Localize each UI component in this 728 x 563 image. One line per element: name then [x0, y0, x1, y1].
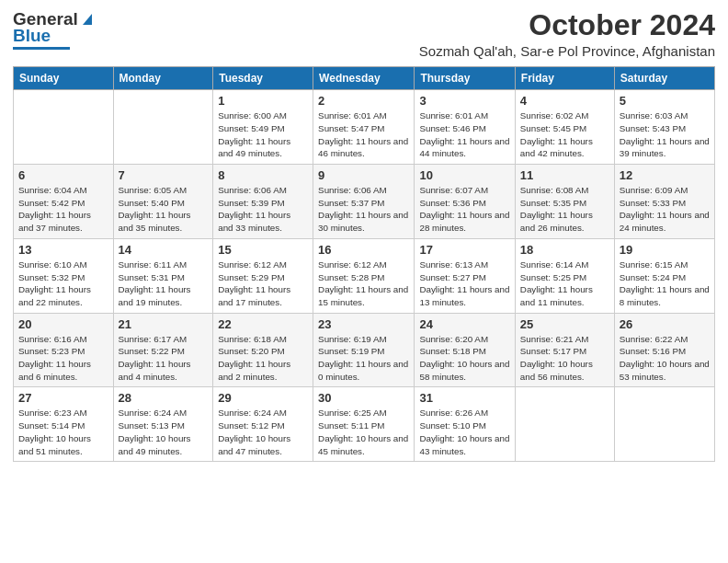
subtitle: Sozmah Qal'ah, Sar-e Pol Province, Afgha… — [419, 43, 715, 59]
calendar-cell: 4Sunrise: 6:02 AMSunset: 5:45 PMDaylight… — [515, 90, 614, 165]
day-info: Sunrise: 6:24 AMSunset: 5:12 PMDaylight:… — [218, 407, 308, 457]
day-info: Sunrise: 6:17 AMSunset: 5:22 PMDaylight:… — [119, 333, 209, 384]
day-number: 9 — [318, 168, 409, 182]
day-info: Sunrise: 6:20 AMSunset: 5:18 PMDaylight:… — [419, 333, 509, 384]
day-number: 24 — [419, 317, 509, 331]
calendar-cell: 17Sunrise: 6:13 AMSunset: 5:27 PMDayligh… — [415, 238, 515, 313]
week-row-5: 27Sunrise: 6:23 AMSunset: 5:14 PMDayligh… — [14, 387, 715, 462]
calendar-cell — [113, 90, 213, 165]
header-tuesday: Tuesday — [213, 67, 313, 90]
day-number: 14 — [119, 243, 209, 257]
day-info: Sunrise: 6:23 AMSunset: 5:14 PMDaylight:… — [18, 407, 108, 457]
day-number: 29 — [218, 391, 308, 405]
day-info: Sunrise: 6:06 AMSunset: 5:39 PMDaylight:… — [218, 184, 308, 235]
calendar-cell: 5Sunrise: 6:03 AMSunset: 5:43 PMDaylight… — [614, 90, 714, 165]
day-info: Sunrise: 6:19 AMSunset: 5:19 PMDaylight:… — [318, 333, 409, 384]
calendar-cell: 29Sunrise: 6:24 AMSunset: 5:12 PMDayligh… — [213, 387, 313, 462]
title-block: October 2024 Sozmah Qal'ah, Sar-e Pol Pr… — [419, 9, 715, 59]
day-number: 16 — [318, 243, 409, 257]
day-number: 8 — [218, 168, 308, 182]
day-info: Sunrise: 6:12 AMSunset: 5:29 PMDaylight:… — [218, 259, 308, 309]
calendar-cell: 13Sunrise: 6:10 AMSunset: 5:32 PMDayligh… — [14, 238, 114, 313]
logo-triangle-icon — [79, 10, 96, 27]
day-info: Sunrise: 6:10 AMSunset: 5:32 PMDaylight:… — [18, 259, 108, 309]
day-number: 5 — [620, 94, 710, 108]
header: General Blue October 2024 Sozmah Qal'ah,… — [13, 9, 715, 59]
day-info: Sunrise: 6:03 AMSunset: 5:43 PMDaylight:… — [620, 109, 710, 160]
week-row-2: 6Sunrise: 6:04 AMSunset: 5:42 PMDaylight… — [14, 165, 715, 239]
day-info: Sunrise: 6:22 AMSunset: 5:16 PMDaylight:… — [620, 333, 710, 384]
calendar-cell: 11Sunrise: 6:08 AMSunset: 5:35 PMDayligh… — [515, 165, 614, 239]
day-number: 31 — [419, 391, 509, 405]
calendar-cell: 2Sunrise: 6:01 AMSunset: 5:47 PMDaylight… — [313, 90, 415, 165]
calendar-cell — [14, 90, 114, 165]
day-info: Sunrise: 6:21 AMSunset: 5:17 PMDaylight:… — [520, 333, 609, 384]
calendar-cell: 15Sunrise: 6:12 AMSunset: 5:29 PMDayligh… — [213, 238, 313, 313]
day-number: 20 — [18, 317, 108, 331]
day-number: 15 — [218, 243, 308, 257]
day-number: 10 — [419, 168, 509, 182]
calendar-cell: 8Sunrise: 6:06 AMSunset: 5:39 PMDaylight… — [213, 165, 313, 239]
calendar-cell: 26Sunrise: 6:22 AMSunset: 5:16 PMDayligh… — [614, 313, 714, 387]
page: General Blue October 2024 Sozmah Qal'ah,… — [0, 0, 728, 563]
day-number: 12 — [620, 168, 710, 182]
calendar-cell: 21Sunrise: 6:17 AMSunset: 5:22 PMDayligh… — [113, 313, 213, 387]
day-number: 6 — [18, 168, 108, 182]
day-number: 1 — [218, 94, 308, 108]
calendar-cell — [515, 387, 614, 462]
day-info: Sunrise: 6:24 AMSunset: 5:13 PMDaylight:… — [119, 407, 209, 457]
calendar-cell: 28Sunrise: 6:24 AMSunset: 5:13 PMDayligh… — [113, 387, 213, 462]
calendar-cell: 24Sunrise: 6:20 AMSunset: 5:18 PMDayligh… — [415, 313, 515, 387]
day-number: 19 — [620, 243, 710, 257]
day-info: Sunrise: 6:25 AMSunset: 5:11 PMDaylight:… — [318, 407, 409, 457]
logo-underline — [13, 47, 70, 50]
day-info: Sunrise: 6:26 AMSunset: 5:10 PMDaylight:… — [419, 407, 509, 457]
calendar-cell: 12Sunrise: 6:09 AMSunset: 5:33 PMDayligh… — [614, 165, 714, 239]
week-row-4: 20Sunrise: 6:16 AMSunset: 5:23 PMDayligh… — [14, 313, 715, 387]
calendar-cell: 31Sunrise: 6:26 AMSunset: 5:10 PMDayligh… — [415, 387, 515, 462]
day-number: 26 — [620, 317, 710, 331]
calendar-cell: 10Sunrise: 6:07 AMSunset: 5:36 PMDayligh… — [415, 165, 515, 239]
day-info: Sunrise: 6:16 AMSunset: 5:23 PMDaylight:… — [18, 333, 108, 384]
calendar-cell: 3Sunrise: 6:01 AMSunset: 5:46 PMDaylight… — [415, 90, 515, 165]
day-info: Sunrise: 6:09 AMSunset: 5:33 PMDaylight:… — [620, 184, 710, 235]
day-number: 2 — [318, 94, 409, 108]
day-number: 18 — [520, 243, 609, 257]
day-info: Sunrise: 6:01 AMSunset: 5:47 PMDaylight:… — [318, 109, 409, 160]
header-sunday: Sunday — [14, 67, 114, 90]
calendar-cell: 9Sunrise: 6:06 AMSunset: 5:37 PMDaylight… — [313, 165, 415, 239]
calendar-cell: 18Sunrise: 6:14 AMSunset: 5:25 PMDayligh… — [515, 238, 614, 313]
day-info: Sunrise: 6:11 AMSunset: 5:31 PMDaylight:… — [119, 259, 209, 309]
day-number: 11 — [520, 168, 609, 182]
calendar-cell: 19Sunrise: 6:15 AMSunset: 5:24 PMDayligh… — [614, 238, 714, 313]
week-row-1: 1Sunrise: 6:00 AMSunset: 5:49 PMDaylight… — [14, 90, 715, 165]
day-number: 23 — [318, 317, 409, 331]
day-number: 4 — [520, 94, 609, 108]
header-wednesday: Wednesday — [313, 67, 415, 90]
day-number: 28 — [119, 391, 209, 405]
day-info: Sunrise: 6:04 AMSunset: 5:42 PMDaylight:… — [18, 184, 108, 235]
calendar-cell: 16Sunrise: 6:12 AMSunset: 5:28 PMDayligh… — [313, 238, 415, 313]
day-info: Sunrise: 6:12 AMSunset: 5:28 PMDaylight:… — [318, 259, 409, 309]
day-info: Sunrise: 6:08 AMSunset: 5:35 PMDaylight:… — [520, 184, 609, 235]
day-number: 3 — [419, 94, 509, 108]
logo: General Blue — [13, 9, 96, 50]
main-title: October 2024 — [419, 9, 715, 41]
calendar-cell: 7Sunrise: 6:05 AMSunset: 5:40 PMDaylight… — [113, 165, 213, 239]
day-number: 30 — [318, 391, 409, 405]
day-info: Sunrise: 6:07 AMSunset: 5:36 PMDaylight:… — [419, 184, 509, 235]
day-number: 27 — [18, 391, 108, 405]
day-info: Sunrise: 6:06 AMSunset: 5:37 PMDaylight:… — [318, 184, 409, 235]
svg-marker-0 — [83, 14, 92, 25]
day-info: Sunrise: 6:14 AMSunset: 5:25 PMDaylight:… — [520, 259, 609, 309]
calendar-cell: 25Sunrise: 6:21 AMSunset: 5:17 PMDayligh… — [515, 313, 614, 387]
header-thursday: Thursday — [415, 67, 515, 90]
day-info: Sunrise: 6:18 AMSunset: 5:20 PMDaylight:… — [218, 333, 308, 384]
weekday-header-row: Sunday Monday Tuesday Wednesday Thursday… — [14, 67, 715, 90]
header-friday: Friday — [515, 67, 614, 90]
calendar-cell: 14Sunrise: 6:11 AMSunset: 5:31 PMDayligh… — [113, 238, 213, 313]
header-monday: Monday — [113, 67, 213, 90]
week-row-3: 13Sunrise: 6:10 AMSunset: 5:32 PMDayligh… — [14, 238, 715, 313]
day-info: Sunrise: 6:15 AMSunset: 5:24 PMDaylight:… — [620, 259, 710, 309]
logo-blue: Blue — [13, 26, 51, 46]
